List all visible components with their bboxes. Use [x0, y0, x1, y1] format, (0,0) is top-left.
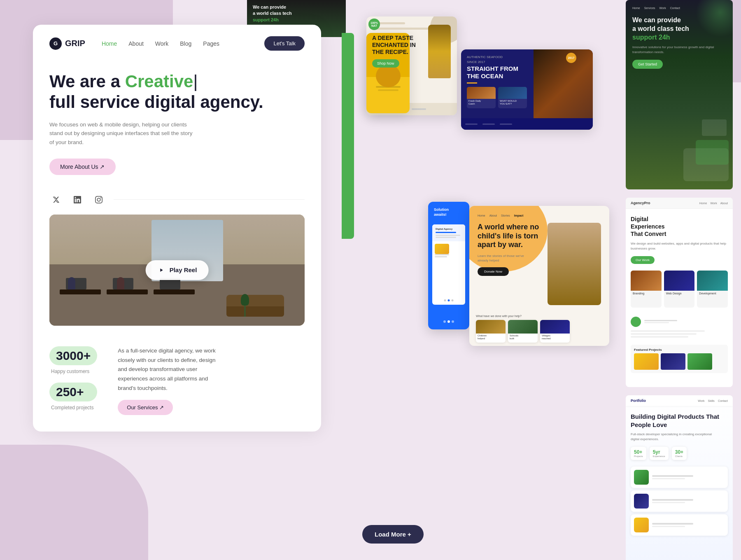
africa-charity-preview: HomeAboutStoriesImpact A world where no …	[469, 206, 609, 346]
stats-description: As a full-service digital agency, we wor…	[118, 346, 225, 394]
nav-work[interactable]: Work	[155, 40, 168, 47]
customers-number: 3000+	[49, 346, 97, 365]
office-image: Play Reel	[49, 215, 305, 326]
bg-blob-bottom-left	[0, 445, 148, 560]
navigation: G GRIP Home About Work Blog Pages Let's …	[33, 25, 321, 59]
scroll-site-portfolio: Portfolio WorkSkillsContact Building Dig…	[626, 395, 733, 560]
stat-projects: 250+ Completed projects	[49, 383, 97, 411]
logo: G GRIP	[49, 37, 85, 50]
tech-site-desc: Innovative solutions for your business g…	[632, 45, 726, 55]
nav-links: Home About Work Blog Pages	[102, 40, 219, 47]
hero-description: We focuses on web & mobile design, helpi…	[49, 120, 198, 147]
logo-icon: G	[49, 37, 62, 50]
linkedin-icon[interactable]	[71, 193, 84, 206]
lets-talk-button[interactable]: Let's Talk	[264, 36, 305, 51]
twitter-icon[interactable]	[49, 193, 63, 206]
social-bar	[33, 183, 321, 215]
instagram-icon[interactable]	[92, 193, 105, 206]
play-reel-label: Play Reel	[170, 266, 197, 273]
projects-label: Completed projects	[49, 405, 97, 411]
main-card: G GRIP Home About Work Blog Pages Let's …	[33, 25, 321, 432]
nav-pages[interactable]: Pages	[203, 40, 219, 47]
restaurant-preview: AUTHENTIC SEAFOOD SINCE 2017 STRAIGHT FR…	[461, 49, 593, 130]
hero-heading: We are a Creative full service digital a…	[49, 71, 305, 113]
hero-heading-suffix: full service digital agency.	[49, 92, 263, 112]
hero-section: We are a Creative full service digital a…	[33, 59, 321, 183]
hero-heading-highlight: Creative	[125, 72, 198, 91]
load-more-button[interactable]: Load More +	[362, 525, 424, 544]
scroll-site-service: AgencyPro HomeWorkAbout DigitalExperienc…	[626, 198, 733, 387]
tech-site-cta[interactable]: Get Started	[632, 60, 663, 69]
our-services-button[interactable]: Our Services ↗	[118, 400, 173, 415]
stat-customers: 3000+ Happy customers	[49, 346, 97, 374]
blue-solution-wrapper: Solutionawaits! Digital Agency	[428, 202, 469, 329]
social-divider	[114, 199, 305, 200]
hero-heading-prefix: We are a	[49, 72, 120, 91]
play-icon	[157, 266, 165, 274]
projects-number: 250+	[49, 383, 97, 401]
nav-about[interactable]: About	[128, 40, 144, 47]
blue-solution-preview: Solutionawaits! Digital Agency	[428, 202, 469, 329]
nav-blog[interactable]: Blog	[180, 40, 191, 47]
stats-left: 3000+ Happy customers 250+ Completed pro…	[49, 346, 97, 411]
scroll-column: HomeServicesWorkContact We can providea …	[626, 0, 733, 560]
scroll-site-tech: HomeServicesWorkContact We can providea …	[626, 0, 733, 189]
green-mobile-frame	[342, 33, 354, 239]
nav-home[interactable]: Home	[102, 40, 117, 47]
play-reel-button[interactable]: Play Reel	[146, 260, 209, 280]
africa-section: HomeAboutStoriesImpact A world where no …	[469, 206, 609, 346]
more-about-button[interactable]: More About Us ↗	[49, 159, 116, 175]
stats-section: 3000+ Happy customers 250+ Completed pro…	[33, 338, 321, 432]
brand-name: GRIP	[65, 39, 85, 48]
stats-description-block: As a full-service digital agency, we wor…	[118, 346, 305, 415]
customers-label: Happy customers	[49, 369, 97, 374]
